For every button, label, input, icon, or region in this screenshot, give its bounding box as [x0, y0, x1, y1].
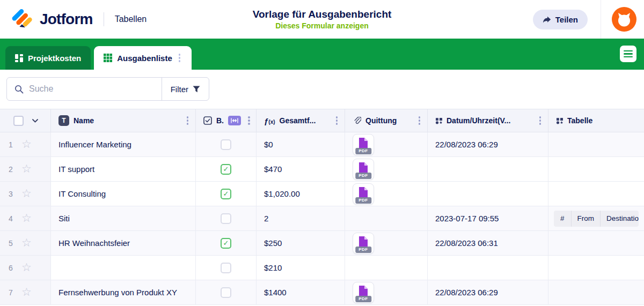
amount-cell[interactable]: $1400	[257, 280, 345, 305]
row-checkbox[interactable]	[221, 287, 231, 298]
pdf-attachment[interactable]: PDF	[353, 183, 374, 205]
datetime-cell[interactable]	[428, 256, 548, 280]
search-input[interactable]	[29, 84, 154, 94]
column-menu-icon[interactable]	[246, 115, 252, 126]
mini-table[interactable]: #FromDestination	[554, 211, 639, 227]
checkbox-cell[interactable]	[196, 231, 257, 256]
column-header-name[interactable]: Name	[51, 109, 196, 132]
user-avatar[interactable]	[612, 7, 636, 32]
star-icon[interactable]	[21, 139, 32, 150]
checkbox-cell[interactable]	[196, 132, 257, 157]
amount-cell[interactable]: $250	[257, 231, 345, 256]
checkbox-cell[interactable]	[196, 256, 257, 280]
datetime-cell[interactable]: 2023-07-17 09:55	[428, 206, 548, 231]
checkbox-cell[interactable]	[196, 280, 257, 305]
jotform-logo-icon[interactable]	[11, 8, 33, 31]
tab-projektkosten[interactable]: Projektkosten	[5, 46, 91, 70]
select-all-checkbox[interactable]	[13, 116, 24, 126]
tab-menu-icon[interactable]	[177, 52, 182, 64]
pdf-attachment[interactable]: PDF	[353, 134, 374, 155]
receipt-cell[interactable]: PDF	[345, 231, 428, 256]
star-icon[interactable]	[21, 262, 32, 273]
pdf-attachment[interactable]: PDF	[353, 233, 374, 254]
table-row: 1 Influencer Marketing $0 PDF 22/08/2023…	[0, 132, 644, 157]
amount-cell-text: $0	[264, 140, 273, 149]
name-cell[interactable]: Siti	[51, 206, 196, 231]
amount-cell[interactable]: $210	[257, 256, 345, 280]
datetime-cell[interactable]: 22/08/2023 06:29	[428, 280, 548, 305]
receipt-cell[interactable]: PDF	[345, 182, 428, 206]
column-header-tabelle[interactable]: Tabelle	[548, 109, 644, 132]
column-width-button[interactable]	[228, 116, 241, 125]
checkbox-cell[interactable]	[196, 182, 257, 206]
column-header-gesamt[interactable]: Gesamtf...	[257, 109, 345, 132]
datetime-cell[interactable]: 22/08/2023 06:31	[428, 231, 548, 256]
receipt-cell[interactable]: PDF	[345, 280, 428, 305]
text-field-icon	[58, 115, 69, 126]
row-checkbox[interactable]	[221, 164, 231, 175]
datetime-cell[interactable]: 22/08/2023 06:29	[428, 132, 548, 157]
tabelle-cell[interactable]: #FromDestination	[548, 206, 644, 231]
name-cell[interactable]: Influencer Marketing	[51, 132, 196, 157]
tabelle-cell[interactable]	[548, 132, 644, 157]
row-checkbox[interactable]	[221, 263, 231, 273]
tab-list-button[interactable]	[620, 46, 636, 62]
receipt-cell[interactable]	[345, 206, 428, 231]
star-icon[interactable]	[21, 188, 32, 199]
row-checkbox[interactable]	[221, 139, 231, 150]
star-icon[interactable]	[21, 237, 32, 249]
tab-ausgabenliste[interactable]: Ausgabenliste	[94, 46, 192, 70]
tabelle-cell[interactable]	[548, 280, 644, 305]
column-menu-icon[interactable]	[417, 115, 422, 126]
share-button[interactable]: Teilen	[533, 10, 588, 29]
tabelle-cell[interactable]	[548, 157, 644, 182]
select-all-header[interactable]	[0, 109, 51, 132]
receipt-cell[interactable]: PDF	[345, 157, 428, 182]
filter-button[interactable]: Filter	[162, 78, 209, 100]
column-menu-icon[interactable]	[334, 115, 340, 126]
amount-cell[interactable]: $470	[257, 157, 345, 182]
amount-cell[interactable]: $1,020.00	[257, 182, 345, 206]
row-select-cell: 4	[0, 206, 51, 231]
tabelle-cell[interactable]	[548, 182, 644, 206]
search-box[interactable]	[7, 78, 162, 100]
column-menu-icon[interactable]	[538, 115, 543, 126]
pdf-attachment[interactable]: PDF	[353, 159, 374, 180]
checkbox-cell[interactable]	[196, 157, 257, 182]
receipt-cell[interactable]: PDF	[345, 132, 428, 157]
pdf-attachment[interactable]: PDF	[353, 282, 374, 303]
name-cell[interactable]: Fernsehwerbung von Produkt XY	[51, 280, 196, 305]
datetime-cell[interactable]	[428, 157, 548, 182]
hamburger-icon	[624, 50, 633, 52]
column-header-quittung[interactable]: Quittung	[345, 109, 428, 132]
view-form-link[interactable]: Dieses Formular anzeigen	[275, 21, 369, 30]
star-icon[interactable]	[21, 163, 32, 175]
name-cell[interactable]: IT support	[51, 157, 196, 182]
mini-table-header-cell: From	[572, 211, 601, 227]
row-checkbox[interactable]	[221, 213, 231, 224]
column-header-datum[interactable]: Datum/Uhrzeit(V...	[428, 109, 548, 132]
amount-cell[interactable]: $0	[257, 132, 345, 157]
tabelle-cell[interactable]	[548, 231, 644, 256]
column-menu-icon[interactable]	[185, 115, 191, 126]
amount-cell[interactable]: 2	[257, 206, 345, 231]
checkbox-cell[interactable]	[196, 206, 257, 231]
search-filter-group: Filter	[6, 77, 209, 101]
star-icon[interactable]	[21, 287, 32, 298]
page-title: Vorlage für Ausgabenbericht	[188, 8, 456, 21]
row-select-cell: 3	[0, 182, 51, 206]
column-header-b[interactable]: B.	[196, 109, 257, 132]
tabelle-cell[interactable]	[548, 256, 644, 280]
receipt-cell[interactable]	[345, 256, 428, 280]
name-cell[interactable]: IT Consulting	[51, 182, 196, 206]
name-cell[interactable]: HR Weihnachtsfeier	[51, 231, 196, 256]
mini-table-header-cell: #	[554, 211, 572, 227]
chevron-down-icon[interactable]	[32, 119, 38, 123]
row-checkbox[interactable]	[221, 238, 231, 249]
datetime-cell[interactable]	[428, 182, 548, 206]
amount-cell-text: $1400	[264, 288, 287, 297]
row-checkbox[interactable]	[221, 189, 231, 199]
name-cell[interactable]	[51, 256, 196, 280]
star-icon[interactable]	[21, 213, 32, 224]
table-row: 3 IT Consulting $1,020.00 PDF	[0, 182, 644, 206]
